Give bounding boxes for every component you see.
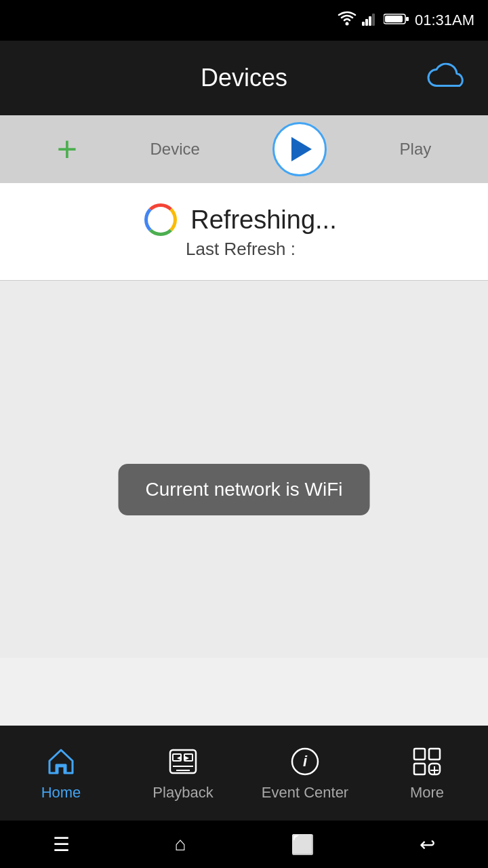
svg-rect-7: [385, 16, 403, 22]
playback-nav-label: Playback: [152, 784, 213, 802]
svg-text:i: i: [303, 753, 308, 770]
toolbar: + Device Play: [0, 115, 488, 183]
playback-icon: [166, 745, 200, 778]
refresh-status-area: Refreshing... Last Refresh :: [0, 183, 488, 281]
system-navigation-bar: ☰ ⌂ ⬜ ↩: [0, 821, 488, 868]
event-center-icon: i: [288, 745, 322, 778]
svg-rect-6: [406, 17, 409, 21]
svg-rect-4: [372, 14, 375, 26]
nav-more[interactable]: More: [366, 745, 488, 802]
home-nav-label: Home: [41, 784, 81, 802]
add-device-button[interactable]: +: [57, 132, 77, 167]
svg-rect-15: [414, 764, 425, 774]
more-icon: [410, 745, 444, 778]
page-title: Devices: [201, 64, 287, 92]
nav-event-center[interactable]: i Event Center: [244, 745, 366, 802]
svg-rect-13: [414, 749, 425, 760]
play-label: Play: [400, 140, 432, 159]
play-icon: [291, 137, 312, 161]
nav-playback[interactable]: Playback: [122, 745, 244, 802]
svg-rect-14: [429, 749, 440, 760]
last-refresh-label: Last Refresh :: [186, 239, 296, 260]
battery-icon: [384, 12, 409, 28]
svg-rect-2: [365, 19, 368, 26]
wifi-toast: Current network is WiFi: [119, 464, 370, 515]
device-label: Device: [150, 140, 199, 159]
nav-home[interactable]: Home: [0, 745, 122, 802]
device-list-empty: [0, 281, 488, 640]
wifi-status-icon: [338, 11, 357, 30]
status-icons: 01:31AM: [338, 11, 474, 30]
cloud-icon[interactable]: [427, 63, 468, 94]
svg-rect-3: [369, 16, 371, 26]
time-display: 01:31AM: [415, 12, 474, 29]
svg-rect-1: [362, 22, 365, 26]
bottom-navigation: Home Playback i Event Center: [0, 726, 488, 821]
refreshing-text: Refreshing...: [190, 205, 336, 235]
home-icon: [44, 745, 78, 778]
home-sys-button[interactable]: ⌂: [175, 833, 186, 855]
loading-spinner: [144, 203, 177, 236]
play-button[interactable]: [272, 122, 327, 176]
status-bar: 01:31AM: [0, 0, 488, 41]
signal-icon: [362, 12, 378, 29]
add-icon: +: [57, 132, 77, 167]
event-center-nav-label: Event Center: [262, 784, 348, 802]
menu-sys-button[interactable]: ☰: [53, 833, 70, 856]
back-sys-button[interactable]: ↩: [420, 833, 435, 856]
more-nav-label: More: [410, 784, 444, 802]
recents-sys-button[interactable]: ⬜: [291, 833, 314, 856]
header: Devices: [0, 41, 488, 115]
wifi-toast-message: Current network is WiFi: [146, 479, 343, 500]
svg-point-0: [345, 22, 348, 26]
content-area: Refreshing... Last Refresh : Current net…: [0, 183, 488, 658]
